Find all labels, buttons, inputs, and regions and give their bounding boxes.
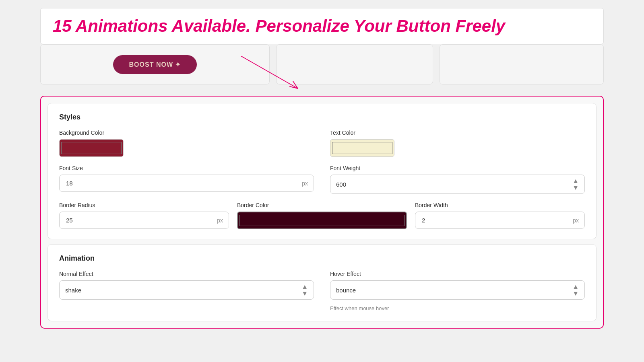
preview-card-tertiary [440,44,604,84]
text-color-label: Text Color [330,130,585,136]
normal-effect-label: Normal Effect [59,271,314,277]
border-color-label: Border Color [237,202,407,208]
border-radius-unit: px [211,212,229,228]
hero-title: 15 Animations Available. Personalize You… [53,16,591,36]
border-width-input[interactable] [415,212,567,228]
preview-area: BOOST NOW ✦ [40,44,604,93]
preview-button[interactable]: BOOST NOW ✦ [113,55,197,74]
font-weight-group: Font Weight 100 200 300 400 500 600 700 … [330,165,585,194]
background-color-label: Background Color [59,130,314,136]
normal-effect-group: Normal Effect none shake pulse bounce sp… [59,271,314,311]
styles-section-title: Styles [59,113,585,121]
font-size-input-wrapper: px [59,175,314,192]
styles-section: Styles Background Color Text Color Font … [47,103,597,239]
hover-effect-note: Effect when mouse hover [330,305,585,311]
hover-effect-select[interactable]: none bounce shake pulse spin swing tada … [336,287,572,294]
hero-title-rest: Animations Available. Personalize Your B… [72,16,505,35]
text-color-group: Text Color [330,130,585,157]
hover-effect-select-wrapper: none bounce shake pulse spin swing tada … [330,280,585,300]
border-radius-group: Border Radius px [59,202,229,229]
font-weight-label: Font Weight [330,165,585,171]
border-width-input-wrapper: px [415,212,585,229]
normal-effect-select[interactable]: none shake pulse bounce spin swing tada … [65,287,301,294]
font-weight-arrows: ▲ ▼ [572,178,579,191]
font-size-unit: px [296,175,314,191]
background-color-picker[interactable] [59,139,124,157]
arrow-indicator [233,52,314,97]
border-radius-input-wrapper: px [59,212,229,229]
normal-effect-select-wrapper: none shake pulse bounce spin swing tada … [59,280,314,300]
text-color-picker[interactable] [330,139,394,157]
normal-effect-arrows: ▲ ▼ [301,284,308,297]
font-size-label: Font Size [59,165,314,171]
hover-effect-arrows: ▲ ▼ [572,284,579,297]
border-width-unit: px [567,212,584,228]
border-color-group: Border Color [237,202,407,229]
font-weight-select[interactable]: 100 200 300 400 500 600 700 800 900 [336,181,572,188]
border-width-group: Border Width px [415,202,585,229]
main-container: Styles Background Color Text Color Font … [40,96,604,329]
border-radius-input[interactable] [60,212,211,228]
hero-banner: 15 Animations Available. Personalize You… [40,8,604,44]
border-row: Border Radius px Border Color Border Wid… [59,202,585,229]
border-color-picker[interactable] [237,212,407,229]
font-weight-select-wrapper: 100 200 300 400 500 600 700 800 900 ▲ ▼ [330,175,585,194]
animation-grid: Normal Effect none shake pulse bounce sp… [59,271,585,311]
hover-effect-group: Hover Effect none bounce shake pulse spi… [330,271,585,311]
background-color-group: Background Color [59,130,314,157]
border-radius-label: Border Radius [59,202,229,208]
font-size-group: Font Size px [59,165,314,194]
animation-section: Animation Normal Effect none shake pulse… [47,244,597,321]
font-row: Font Size px Font Weight 100 200 300 400… [59,165,585,194]
color-row: Background Color Text Color [59,130,585,157]
hover-effect-label: Hover Effect [330,271,585,277]
font-size-input[interactable] [60,175,296,191]
hero-number: 15 [53,16,72,35]
border-width-label: Border Width [415,202,585,208]
animation-section-title: Animation [59,254,585,263]
